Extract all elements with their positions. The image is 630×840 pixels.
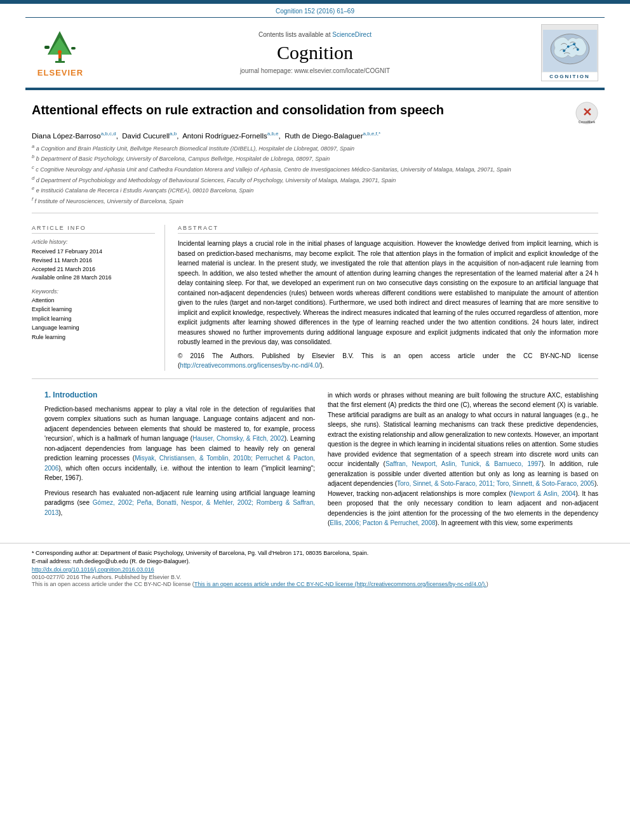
ref-toro1: Toro, Sinnet, & Soto-Faraco, 2011; Toro,… bbox=[397, 480, 594, 487]
abstract-license: © 2016 The Authors. Published by Elsevie… bbox=[178, 351, 598, 371]
article-title-row: Attentional effects on rule extraction a… bbox=[32, 102, 598, 124]
elsevier-label: ELSEVIER bbox=[37, 68, 83, 77]
elsevier-logo-image bbox=[35, 28, 86, 66]
author-3-sup: a,b,e bbox=[267, 131, 279, 137]
cognition-img-box: COGNITION bbox=[541, 24, 598, 81]
revised: Revised 11 March 2016 bbox=[32, 257, 155, 265]
aff-b: b b Department of Basic Psychology, Univ… bbox=[32, 154, 598, 163]
author-1: Diana López-Barroso bbox=[32, 132, 101, 140]
header-area: ELSEVIER Contents lists available at Sci… bbox=[25, 17, 605, 88]
article-area: Attentional effects on rule extraction a… bbox=[0, 90, 630, 205]
footer-license-link[interactable]: This is an open access article under the… bbox=[194, 581, 486, 587]
authors-line: Diana López-Barrosoa,b,c,d, David Cucure… bbox=[32, 131, 598, 140]
ref-hauser: Hauser, Chomsky, & Fitch, 2002 bbox=[192, 435, 285, 442]
svg-rect-5 bbox=[71, 47, 76, 50]
body-col-left: 1. Introduction Prediction-based mechani… bbox=[44, 390, 315, 533]
header-center: Contents lists available at ScienceDirec… bbox=[95, 24, 535, 81]
author-1-sup: a,b,c,d bbox=[101, 131, 116, 137]
page: Cognition 152 (2016) 61–69 bbox=[0, 0, 630, 840]
history-label: Article history: bbox=[32, 239, 155, 245]
footnote-email: E-mail address: ruth.dediego@ub.edu (R. … bbox=[32, 558, 598, 564]
author-4: Ruth de Diego-Balaguer bbox=[285, 132, 363, 140]
svg-point-6 bbox=[58, 50, 62, 54]
affiliations: a a Cognition and Brain Plasticity Unit,… bbox=[32, 143, 598, 206]
svg-rect-7 bbox=[58, 54, 61, 58]
article-info-abstract: ARTICLE INFO Article history: Received 1… bbox=[0, 225, 630, 371]
article-title: Attentional effects on rule extraction a… bbox=[32, 102, 569, 118]
author-3: Antoni Rodríguez-Fornells bbox=[182, 132, 267, 140]
body-col-right: in which words or phrases without meanin… bbox=[328, 390, 598, 533]
cognition-image-area: COGNITION bbox=[535, 24, 605, 81]
main-content: 1. Introduction Prediction-based mechani… bbox=[0, 379, 630, 533]
cognition-label: COGNITION bbox=[542, 72, 598, 81]
ref-gomez: Gómez, 2002; Peña, Bonatti, Nespor, & Me… bbox=[44, 499, 315, 516]
article-info-col: ARTICLE INFO Article history: Received 1… bbox=[32, 225, 165, 371]
kw-4: Language learning bbox=[32, 324, 155, 333]
aff-a: a a Cognition and Brain Plasticity Unit,… bbox=[32, 143, 598, 153]
kw-1: Attention bbox=[32, 297, 155, 305]
svg-text:CrossMark: CrossMark bbox=[579, 120, 595, 124]
svg-rect-1 bbox=[55, 61, 65, 63]
ref-saffran: Saffran, Newport, Aslin, Tunick, & Barnu… bbox=[385, 460, 542, 467]
abstract-col: ABSTRACT Incidental learning plays a cru… bbox=[178, 225, 598, 371]
article-info-label: ARTICLE INFO bbox=[32, 225, 155, 234]
kw-2: Explicit learning bbox=[32, 305, 155, 314]
kw-3: Implicit learning bbox=[32, 315, 155, 324]
journal-title: Cognition bbox=[277, 42, 353, 63]
author-4-sup: a,b,e,f,* bbox=[363, 131, 381, 137]
footer-area: * Corresponding author at: Department of… bbox=[0, 543, 630, 593]
intro-heading: 1. Introduction bbox=[44, 390, 315, 399]
footnote-star: * Corresponding author at: Department of… bbox=[32, 550, 598, 556]
journal-homepage: journal homepage: www.elsevier.com/locat… bbox=[240, 67, 390, 74]
accepted: Accepted 21 March 2016 bbox=[32, 265, 155, 274]
keywords-label: Keywords: bbox=[32, 288, 155, 295]
journal-ref: Cognition 152 (2016) 61–69 bbox=[0, 4, 630, 17]
available-online: Available online 28 March 2016 bbox=[32, 274, 155, 282]
contents-available: Contents lists available at ScienceDirec… bbox=[258, 31, 372, 38]
ref-newport: Newport & Aslin, 2004 bbox=[511, 490, 576, 497]
abstract-text: Incidental learning plays a crucial role… bbox=[178, 239, 598, 371]
elsevier-logo: ELSEVIER bbox=[25, 24, 95, 81]
svg-rect-4 bbox=[44, 46, 50, 49]
author-2: David Cucurell bbox=[122, 132, 170, 140]
sciencedirect-link[interactable]: ScienceDirect bbox=[332, 31, 372, 38]
doi-link[interactable]: http://dx.doi.org/10.1016/j.cognition.20… bbox=[32, 566, 598, 573]
intro-para1: Prediction-based mechanisms appear to pl… bbox=[44, 404, 315, 483]
cognition-brain-svg bbox=[543, 29, 597, 72]
author-2-sup: a,b bbox=[170, 131, 177, 137]
intro-para3: in which words or phrases without meanin… bbox=[328, 390, 598, 528]
aff-d: d d Department of Psychobiology and Meth… bbox=[32, 175, 598, 185]
crossmark-logo[interactable]: ✕ CrossMark bbox=[575, 102, 598, 124]
doi-anchor[interactable]: http://dx.doi.org/10.1016/j.cognition.20… bbox=[32, 566, 154, 573]
cc-license-link[interactable]: http://creativecommons.org/licenses/by-n… bbox=[180, 362, 320, 369]
ref-misyak: Misyak, Christiansen, & Tomblin, 2010b; … bbox=[44, 455, 315, 472]
aff-e: e e Institució Catalana de Recerca i Est… bbox=[32, 185, 598, 195]
received: Received 17 February 2014 bbox=[32, 248, 155, 256]
abstract-label: ABSTRACT bbox=[178, 225, 598, 234]
intro-para2: Previous research has evaluated non-adja… bbox=[44, 488, 315, 518]
ref-ellis: Ellis, 2006; Pacton & Perruchet, 2008 bbox=[330, 519, 435, 526]
issn-line: 0010-0277/© 2016 The Authors. Published … bbox=[32, 574, 598, 580]
svg-text:✕: ✕ bbox=[582, 106, 592, 119]
aff-f: f f Institute of Neurosciences, Universi… bbox=[32, 196, 598, 206]
aff-c: c c Cognitive Neurology and Aphasia Unit… bbox=[32, 164, 598, 174]
open-access-footer: This is an open access article under the… bbox=[32, 581, 598, 587]
kw-5: Rule learning bbox=[32, 333, 155, 342]
rule-1 bbox=[32, 213, 598, 213]
